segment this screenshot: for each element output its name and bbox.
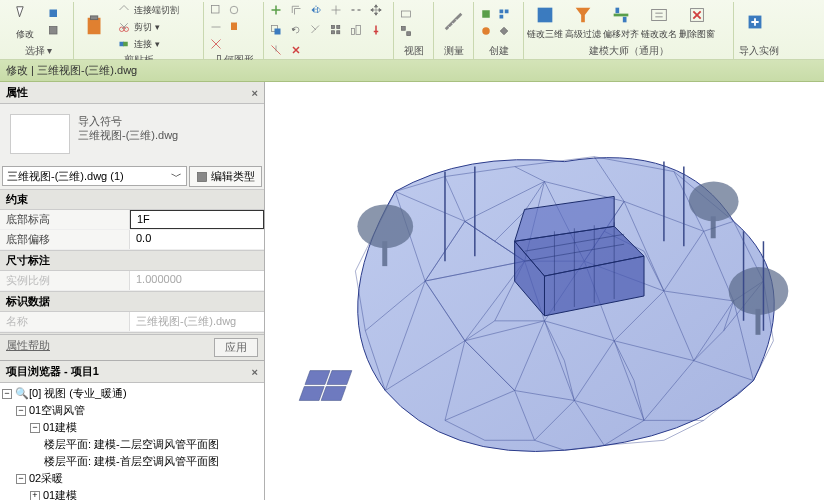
properties-help-link[interactable]: 属性帮助 (6, 338, 50, 357)
apply-button[interactable]: 应用 (214, 338, 258, 357)
svg-rect-24 (505, 10, 509, 14)
tree-node-hvac-duct[interactable]: −01空调风管 (2, 402, 262, 419)
type-selector[interactable]: 导入符号 三维视图-(三维).dwg (0, 104, 264, 164)
svg-point-38 (729, 267, 789, 315)
tree-leaf-floor1-plan[interactable]: 楼层平面: 建模-首层空调风管平面图 (2, 453, 262, 470)
constraints-section[interactable]: 约束 (0, 189, 264, 210)
ribbon-toolbar: 修改 选择 ▾ 连接端切割 剪切 ▾ 连接 ▾ 剪贴板 (0, 0, 824, 60)
select-mode-icon[interactable] (46, 6, 62, 22)
properties-title: 属性 (6, 85, 28, 100)
paint-icon[interactable] (226, 19, 242, 35)
svg-rect-14 (337, 26, 340, 29)
base-offset-label: 底部偏移 (0, 230, 130, 249)
trim-extend-icon[interactable] (308, 22, 324, 38)
svg-point-9 (230, 6, 238, 14)
view-hide-icon[interactable] (398, 23, 414, 39)
delete-icon[interactable] (288, 42, 304, 58)
edit-type-button[interactable]: 编辑类型 (189, 166, 262, 187)
cut-button[interactable]: 剪切 ▾ (116, 19, 179, 35)
pin-icon[interactable] (368, 22, 384, 38)
split-icon[interactable] (348, 2, 364, 18)
identity-section[interactable]: 标识数据 (0, 291, 264, 312)
create-assembly-icon[interactable] (478, 23, 494, 39)
cope-icon[interactable] (208, 2, 224, 18)
array-icon[interactable] (328, 22, 344, 38)
svg-rect-16 (337, 31, 340, 34)
svg-rect-21 (407, 32, 411, 36)
svg-point-36 (689, 182, 739, 222)
tree-toggle-icon[interactable]: − (30, 423, 40, 433)
base-offset-input[interactable]: 0.0 (130, 230, 264, 249)
name-value: 三维视图-(三维).dwg (130, 312, 264, 331)
svg-rect-22 (482, 10, 490, 18)
instance-scale-value: 1.000000 (130, 271, 264, 290)
view-graphics-icon[interactable] (398, 6, 414, 22)
measure-group-label: 测量 (438, 43, 469, 59)
tree-leaf-floor2-plan[interactable]: 楼层平面: 建模-二层空调风管平面图 (2, 436, 262, 453)
tree-views-root[interactable]: −🔍 [0] 视图 (专业_暖通) (2, 385, 262, 402)
create-part-icon[interactable] (496, 23, 512, 39)
wireframe-model-icon (265, 82, 824, 500)
create-group-icon[interactable] (496, 6, 512, 22)
svg-rect-25 (500, 15, 504, 19)
copy-icon[interactable] (268, 22, 284, 38)
properties-close-icon[interactable]: × (252, 87, 258, 99)
project-browser-tree[interactable]: −🔍 [0] 视图 (专业_暖通) −01空调风管 −01建模 楼层平面: 建模… (0, 383, 264, 500)
offset-icon[interactable] (288, 2, 304, 18)
offset-align-button[interactable]: 偏移对齐 (604, 3, 638, 43)
select-filter-icon[interactable] (46, 23, 62, 39)
link-rename-button[interactable]: 链改改名 (642, 3, 676, 43)
cut-geom-icon[interactable] (226, 2, 242, 18)
unpin-icon[interactable] (268, 42, 284, 58)
context-tab-label: 修改 | 三维视图-(三维).dwg (6, 63, 137, 78)
tree-toggle-icon[interactable]: + (30, 491, 40, 501)
svg-rect-39 (755, 309, 760, 335)
svg-rect-7 (123, 42, 128, 47)
chevron-down-icon: ﹀ (171, 169, 182, 184)
scale-icon[interactable] (348, 22, 364, 38)
instance-dropdown[interactable]: 三维视图-(三维).dwg (1) ﹀ (2, 166, 187, 186)
paste-button[interactable] (78, 7, 112, 47)
rotate-icon[interactable] (288, 22, 304, 38)
svg-rect-29 (623, 17, 627, 23)
svg-rect-23 (500, 10, 504, 14)
svg-rect-42 (299, 387, 324, 401)
model-viewport[interactable] (265, 82, 824, 500)
tree-toggle-icon[interactable]: − (16, 474, 26, 484)
browser-panel-header: 项目浏览器 - 项目1 × (0, 361, 264, 383)
properties-panel-header: 属性 × (0, 82, 264, 104)
move-icon[interactable] (368, 2, 384, 18)
trim-icon[interactable] (328, 2, 344, 18)
tree-node-heating[interactable]: −02采暖 (2, 470, 262, 487)
link-to-3d-button[interactable]: 链改三维 (528, 3, 562, 43)
join-end-cut-button[interactable]: 连接端切割 (116, 2, 179, 18)
demolish-icon[interactable] (208, 36, 224, 52)
modify-tool-button[interactable]: 修改 (8, 3, 42, 43)
type-name-label: 三维视图-(三维).dwg (78, 128, 178, 142)
svg-rect-13 (332, 26, 335, 29)
svg-rect-43 (321, 387, 346, 401)
advanced-filter-button[interactable]: 高级过滤 (566, 3, 600, 43)
tree-node-modeling-1[interactable]: −01建模 (2, 419, 262, 436)
delete-view-button[interactable]: 删除图窗 (680, 3, 714, 43)
dimensions-section[interactable]: 尺寸标注 (0, 250, 264, 271)
context-tab-bar: 修改 | 三维视图-(三维).dwg (0, 60, 824, 82)
select-group-label: 选择 ▾ (8, 43, 69, 59)
base-level-input[interactable]: 1F (130, 210, 264, 229)
mirror-axis-icon[interactable] (308, 2, 324, 18)
import-instance-button[interactable] (738, 3, 772, 43)
svg-rect-1 (50, 27, 58, 35)
create-similar-icon[interactable] (478, 6, 494, 22)
browser-close-icon[interactable]: × (252, 366, 258, 378)
join-button[interactable]: 连接 ▾ (116, 36, 179, 52)
tree-toggle-icon[interactable]: − (16, 406, 26, 416)
view-group-label: 视图 (398, 43, 429, 59)
import-group-label: 导入实例 (738, 43, 780, 59)
tree-toggle-icon[interactable]: − (2, 389, 12, 399)
tree-node-modeling-2[interactable]: +01建模 (2, 487, 262, 500)
properties-grid: 约束 底部标高 1F 底部偏移 0.0 尺寸标注 实例比例 1.000000 标… (0, 189, 264, 334)
measure-button[interactable] (438, 3, 469, 43)
edit-type-label: 编辑类型 (211, 169, 255, 184)
split-face-icon[interactable] (208, 19, 224, 35)
align-icon[interactable] (268, 2, 284, 18)
